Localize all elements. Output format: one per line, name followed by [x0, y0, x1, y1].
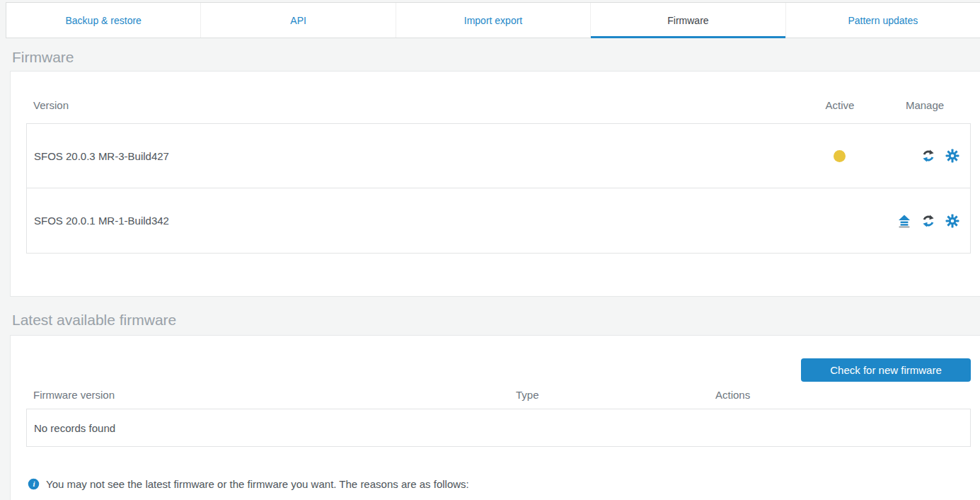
firmware-card: Version Active Manage SFOS 20.0.3 MR-3-B…	[10, 71, 980, 297]
no-records-text: No records found	[34, 422, 115, 434]
column-header-version: Version	[26, 98, 801, 112]
column-header-actions: Actions	[715, 389, 971, 402]
check-for-new-firmware-button[interactable]: Check for new firmware	[801, 358, 971, 382]
active-status-dot	[834, 150, 846, 162]
tab-import-export[interactable]: Import export	[396, 3, 590, 38]
column-header-manage: Manage	[879, 98, 971, 112]
active-indicator-cell	[800, 150, 878, 162]
firmware-table: SFOS 20.0.3 MR-3-Build427	[26, 123, 971, 254]
firmware-version-text: SFOS 20.0.1 MR-1-Build342	[27, 215, 800, 227]
tab-firmware[interactable]: Firmware	[590, 3, 785, 38]
firmware-table-header: Version Active Manage	[26, 98, 971, 112]
column-header-firmware-version: Firmware version	[26, 389, 516, 402]
table-row: SFOS 20.0.1 MR-1-Build342	[27, 188, 970, 253]
latest-firmware-table-header: Firmware version Type Actions	[26, 389, 971, 402]
settings-tabbar: Backup & restore API Import export Firmw…	[6, 2, 980, 38]
firmware-section-title: Firmware	[12, 48, 980, 67]
reboot-with-firmware-icon[interactable]	[921, 149, 935, 163]
firmware-page: Backup & restore API Import export Firmw…	[0, 2, 980, 500]
empty-table-row: No records found	[26, 409, 971, 447]
reboot-with-firmware-icon[interactable]	[921, 214, 935, 228]
tab-pattern-updates[interactable]: Pattern updates	[785, 3, 980, 38]
latest-firmware-card: Check for new firmware Firmware version …	[10, 335, 980, 500]
firmware-note: i You may not see the latest firmware or…	[28, 478, 971, 490]
svg-text:i: i	[33, 479, 35, 488]
info-icon: i	[28, 478, 40, 490]
latest-firmware-section-title: Latest available firmware	[12, 311, 980, 329]
manage-actions-cell	[878, 214, 970, 228]
settings-icon[interactable]	[945, 214, 959, 228]
tab-backup-restore[interactable]: Backup & restore	[6, 3, 200, 38]
firmware-version-text: SFOS 20.0.3 MR-3-Build427	[27, 150, 800, 162]
button-row: Check for new firmware	[26, 358, 971, 382]
column-header-type: Type	[516, 389, 715, 402]
table-row: SFOS 20.0.3 MR-3-Build427	[27, 124, 970, 188]
settings-icon[interactable]	[945, 149, 959, 163]
column-header-active: Active	[801, 98, 879, 112]
manage-actions-cell	[878, 149, 970, 163]
tab-api[interactable]: API	[200, 3, 395, 38]
boot-firmware-image-icon[interactable]	[897, 214, 911, 228]
note-text: You may not see the latest firmware or t…	[46, 478, 469, 490]
